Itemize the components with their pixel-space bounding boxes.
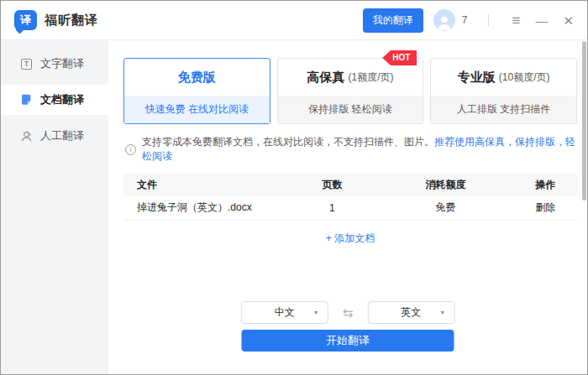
plan-name: 高保真 xyxy=(307,70,345,86)
swap-languages-icon[interactable]: ⇆ xyxy=(343,305,354,320)
column-header-cost: 消耗额度 xyxy=(377,174,513,196)
sidebar: T 文字翻译 文档翻译 xyxy=(1,40,108,375)
notice-text: 支持零成本免费翻译文档，在线对比阅读，不支持扫描件、图片。 xyxy=(142,136,434,148)
main-content: 免费版 快速免费 在线对比阅读 HOT 高保真 (1额度/页) 保持排版 轻松阅… xyxy=(108,40,587,375)
target-language-value: 英文 xyxy=(401,305,421,320)
sidebar-item-human-translate[interactable]: 人工翻译 xyxy=(1,121,108,151)
logo-bubble-icon: 译 xyxy=(14,10,37,30)
close-icon[interactable]: ✕ xyxy=(563,14,574,27)
sidebar-item-text-translate[interactable]: T 文字翻译 xyxy=(1,49,108,79)
plan-subtitle: 人工排版 支持扫描件 xyxy=(431,96,576,123)
pages-cell: 1 xyxy=(286,196,377,220)
plan-subtitle: 保持排版 轻松阅读 xyxy=(278,96,423,123)
cost-cell: 免费 xyxy=(377,196,513,220)
document-translate-icon xyxy=(20,94,33,107)
plan-name: 免费版 xyxy=(178,70,216,86)
plan-subtitle: 快速免费 在线对比阅读 xyxy=(124,96,270,123)
app-window: 译 福昕翻译 我的翻译 7 ≡ — ✕ T xyxy=(0,0,588,375)
plan-card-high-fidelity[interactable]: HOT 高保真 (1额度/页) 保持排版 轻松阅读 xyxy=(277,58,424,124)
minimize-icon[interactable]: — xyxy=(535,14,548,27)
chevron-down-icon: ▼ xyxy=(439,310,445,315)
add-document-row: + 添加文档 xyxy=(123,232,577,246)
plan-name: 专业版 xyxy=(458,70,496,86)
user-avatar[interactable] xyxy=(433,9,455,31)
sidebar-item-label: 人工翻译 xyxy=(40,128,84,143)
column-header-file: 文件 xyxy=(123,174,286,196)
target-language-select[interactable]: 英文 ▼ xyxy=(367,301,454,324)
sidebar-item-label: 文档翻译 xyxy=(40,92,84,107)
logo-glyph: 译 xyxy=(20,13,31,28)
plan-price: (10额度/页) xyxy=(499,70,550,85)
sidebar-item-label: 文字翻译 xyxy=(40,56,84,71)
notice-bar: i 支持零成本免费翻译文档，在线对比阅读，不支持扫描件、图片。推荐使用高保真，保… xyxy=(125,135,577,164)
column-header-action: 操作 xyxy=(513,174,577,196)
person-icon xyxy=(435,13,454,31)
source-language-value: 中文 xyxy=(275,305,295,320)
plan-cards: 免费版 快速免费 在线对比阅读 HOT 高保真 (1额度/页) 保持排版 轻松阅… xyxy=(123,58,577,124)
credits-count: 7 xyxy=(462,14,468,26)
header-divider xyxy=(488,14,489,26)
info-icon: i xyxy=(125,144,136,155)
menu-icon[interactable]: ≡ xyxy=(512,13,521,28)
language-selector-row: 中文 ▼ ⇆ 英文 ▼ xyxy=(241,301,455,324)
delete-button[interactable]: 删除 xyxy=(513,196,577,220)
file-name-cell: 掉进兔子洞（英文）.docx xyxy=(123,196,286,220)
start-translate-button[interactable]: 开始翻译 xyxy=(242,330,454,352)
app-title: 福昕翻译 xyxy=(45,13,98,29)
table-header-row: 文件 页数 消耗额度 操作 xyxy=(123,174,577,196)
human-translate-icon xyxy=(20,130,33,143)
scrollbar-thumb[interactable] xyxy=(582,41,586,201)
chevron-down-icon: ▼ xyxy=(313,310,319,315)
add-document-link[interactable]: + 添加文档 xyxy=(326,232,375,244)
app-header: 译 福昕翻译 我的翻译 7 ≡ — ✕ xyxy=(1,1,587,40)
column-header-pages: 页数 xyxy=(286,174,377,196)
my-translations-button[interactable]: 我的翻译 xyxy=(363,8,423,33)
plan-card-free[interactable]: 免费版 快速免费 在线对比阅读 xyxy=(123,58,270,124)
source-language-select[interactable]: 中文 ▼ xyxy=(241,301,328,324)
table-row: 掉进兔子洞（英文）.docx 1 免费 删除 xyxy=(123,196,577,220)
plan-card-professional[interactable]: 专业版 (10额度/页) 人工排版 支持扫描件 xyxy=(430,58,577,124)
header-actions: 我的翻译 7 ≡ — ✕ xyxy=(363,8,574,33)
app-logo: 译 福昕翻译 xyxy=(14,10,98,30)
file-table: 文件 页数 消耗额度 操作 掉进兔子洞（英文）.docx 1 免费 删除 xyxy=(123,174,577,221)
plan-price: (1额度/页) xyxy=(349,70,394,85)
text-translate-icon: T xyxy=(20,58,33,70)
sidebar-item-document-translate[interactable]: 文档翻译 xyxy=(1,85,108,115)
